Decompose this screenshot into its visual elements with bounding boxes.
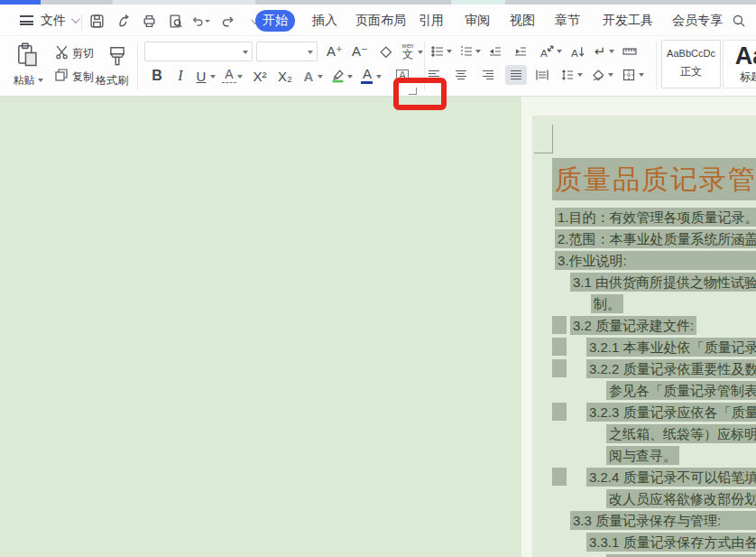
shading-dropdown-arrow[interactable] <box>608 73 613 77</box>
highlight-button[interactable] <box>328 65 346 85</box>
line-spacing-button[interactable] <box>559 67 576 83</box>
selection-stub <box>552 468 567 486</box>
document-title[interactable]: 质量品质记录管理办法 <box>552 158 756 200</box>
char-scale-dropdown-arrow[interactable] <box>557 50 562 53</box>
tab-references[interactable]: 引用 <box>411 10 451 32</box>
font-name-combo[interactable] <box>144 42 253 61</box>
document-text-line[interactable]: 3.2.1 本事业处依「质量记录管制表 <box>532 336 756 357</box>
document-text-line[interactable]: 参见各「质量记录管制表」。 <box>532 379 756 401</box>
tab-home[interactable]: 开始 <box>255 10 295 32</box>
highlight-icon <box>330 68 346 83</box>
line-spacing-dropdown-arrow[interactable] <box>577 73 583 77</box>
text-effects-dropdown-arrow[interactable] <box>318 75 323 79</box>
justify-button[interactable] <box>505 65 527 85</box>
strikethrough-dropdown-arrow[interactable] <box>237 75 243 79</box>
tab-section[interactable]: 章节 <box>548 10 587 32</box>
bullet-list-button[interactable] <box>429 43 446 60</box>
sort-button[interactable]: A <box>568 43 586 60</box>
document-text-line[interactable]: 1.目的：有效管理各项质量记录。 <box>532 206 756 227</box>
document-lines[interactable]: 1.目的：有效管理各项质量记录。 2.范围：本事业处质量系统所涵盖之所有 3.作… <box>532 206 756 557</box>
bold-button[interactable]: B <box>148 67 166 85</box>
shading-button[interactable] <box>590 67 606 83</box>
shading-icon <box>591 68 605 82</box>
format-painter-label[interactable]: 格式刷 <box>96 73 128 88</box>
highlight-dropdown-arrow[interactable] <box>347 75 353 79</box>
char-scale-button[interactable]: A <box>538 43 556 60</box>
underline-dropdown-arrow[interactable] <box>210 75 216 79</box>
underline-button[interactable]: U <box>193 67 209 85</box>
style-normal[interactable]: AaBbCcDc 正文 <box>661 40 721 88</box>
clear-format-button[interactable] <box>375 43 395 60</box>
number-list-dropdown-arrow[interactable] <box>475 50 481 53</box>
line-text: 之纸箱、纸袋等）应标明内含 <box>606 424 756 443</box>
pinyin-dropdown-arrow[interactable] <box>418 51 423 54</box>
document-page[interactable]: 质量品质记录管理办法 1.目的：有效管理各项质量记录。 2.范围：本事业处质量系… <box>532 116 756 557</box>
font-color-button[interactable]: A <box>359 65 375 85</box>
distribute-button[interactable] <box>534 67 550 83</box>
document-text-line[interactable]: 制。 <box>532 292 756 314</box>
print-preview-button[interactable] <box>165 11 185 31</box>
align-right-button[interactable] <box>480 67 496 83</box>
copy-label[interactable]: 复制 <box>72 70 94 85</box>
main-menu-button[interactable]: 文件 <box>20 5 78 36</box>
paste-button[interactable] <box>13 42 43 69</box>
cut-button[interactable] <box>52 43 70 60</box>
indent-button[interactable] <box>512 43 529 60</box>
pinyin-guide-button[interactable]: wén 文 <box>399 40 417 61</box>
outdent-button[interactable] <box>487 43 503 60</box>
paste-icon <box>16 42 40 68</box>
number-list-button[interactable] <box>458 43 475 60</box>
export-button[interactable] <box>114 11 134 31</box>
shrink-font-button[interactable]: A⁻ <box>350 43 370 60</box>
tab-insert[interactable]: 插入 <box>305 10 345 32</box>
borders-button[interactable] <box>621 67 637 83</box>
copy-button[interactable] <box>52 67 70 83</box>
document-text-line[interactable]: 3.2.4 质量记录不可以铅笔填写，如 <box>532 466 756 487</box>
document-text-line[interactable]: 3.2.3 质量记录应依各「质量记录管 <box>532 401 756 422</box>
cut-label[interactable]: 剪切 <box>72 46 94 61</box>
text-effects-button[interactable]: A <box>301 67 316 85</box>
document-text-line[interactable]: 可以活页夹、卷宗记入质量作业 <box>532 552 756 557</box>
line-text: 3.3 质量记录保存与管理: <box>570 511 756 530</box>
paste-label[interactable]: 粘贴 <box>7 72 49 88</box>
save-button[interactable] <box>87 11 106 31</box>
tab-review[interactable]: 审阅 <box>457 10 497 32</box>
document-text-line[interactable]: 之纸箱、纸袋等）应标明内含 <box>532 422 756 444</box>
subscript-button[interactable]: X₂ <box>274 67 296 85</box>
wrap-marks-button[interactable]: ↵ <box>592 43 608 60</box>
tab-member[interactable]: 会员专享 <box>665 10 730 32</box>
tab-view[interactable]: 视图 <box>502 10 542 32</box>
document-text-line[interactable]: 3.2.2 质量记录依重要性及数量累积 <box>532 357 756 379</box>
bullet-list-dropdown-arrow[interactable] <box>447 50 452 53</box>
strikethrough-button[interactable]: A <box>222 67 236 83</box>
document-text-line[interactable]: 3.3 质量记录保存与管理: <box>532 509 756 531</box>
document-canvas[interactable]: 质量品质记录管理办法 1.目的：有效管理各项质量记录。 2.范围：本事业处质量系… <box>0 97 756 557</box>
document-text-line[interactable]: 阅与查寻。 <box>532 444 756 466</box>
wrap-marks-dropdown-arrow[interactable] <box>609 50 614 53</box>
paste-dropdown-arrow <box>38 79 43 82</box>
align-center-button[interactable] <box>453 67 469 83</box>
redo-button[interactable] <box>218 11 238 31</box>
document-text-line[interactable]: 2.范围：本事业处质量系统所涵盖之所有 <box>532 227 756 249</box>
document-text-line[interactable]: 3.1 由供货商所提供之物性试验报告或 <box>532 271 756 292</box>
number-list-icon <box>459 44 474 59</box>
document-text-line[interactable]: 3.作业说明: <box>532 249 756 271</box>
italic-button[interactable]: I <box>173 67 188 85</box>
tabs-ruler-button[interactable] <box>621 43 639 60</box>
tab-developer[interactable]: 开发工具 <box>595 10 660 32</box>
undo-button[interactable] <box>190 11 210 31</box>
font-color-dropdown-arrow[interactable] <box>376 75 382 79</box>
superscript-button[interactable]: X² <box>249 67 271 85</box>
document-text-line[interactable]: 3.2 质量记录建文件: <box>532 314 756 336</box>
grow-font-button[interactable]: A⁺ <box>325 43 345 60</box>
format-painter-button[interactable] <box>103 41 132 70</box>
document-text-line[interactable]: 3.3.1 质量记录保存方式由各作业 <box>532 531 756 552</box>
undo-dropdown-arrow[interactable] <box>205 20 210 23</box>
font-size-combo[interactable] <box>256 42 318 61</box>
style-heading[interactable]: Aa 标题 <box>723 40 756 88</box>
document-text-line[interactable]: 改人员应将欲修改部份划线删 <box>532 487 756 509</box>
search-button[interactable] <box>729 11 749 31</box>
tab-page-layout[interactable]: 页面布局 <box>348 10 413 32</box>
print-button[interactable] <box>139 11 159 31</box>
borders-dropdown-arrow[interactable] <box>639 73 644 77</box>
